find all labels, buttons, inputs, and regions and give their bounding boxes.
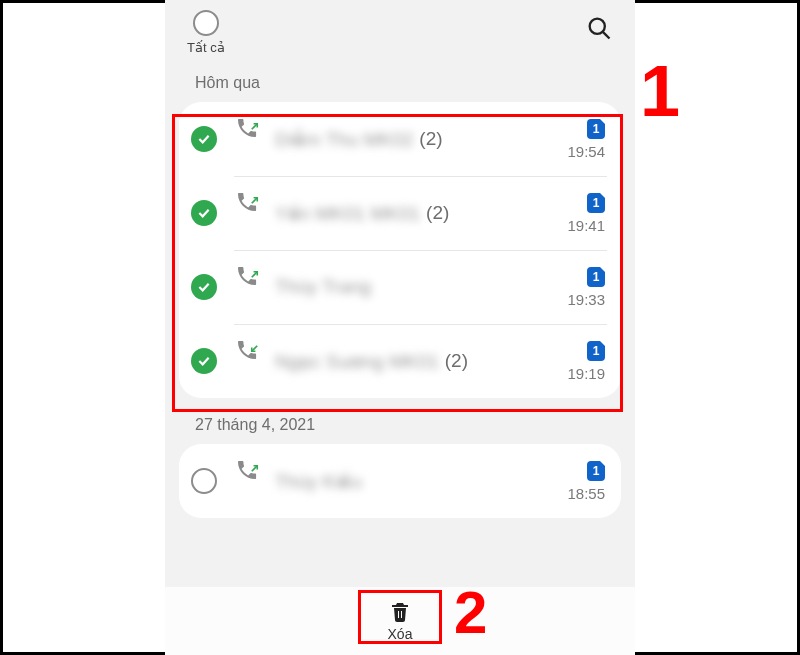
incoming-call-icon <box>235 338 259 384</box>
svg-line-3 <box>252 198 258 204</box>
select-all-toggle[interactable]: Tất cả <box>187 10 225 55</box>
checkbox-checked-icon[interactable] <box>191 126 217 152</box>
search-button[interactable] <box>585 14 613 46</box>
call-time: 18:55 <box>567 485 605 502</box>
svg-line-2 <box>252 124 258 130</box>
call-time-col: 1 18:55 <box>567 461 605 502</box>
call-name: Diễm Thu MK02 <box>275 128 413 151</box>
annotation-number-2: 2 <box>454 578 487 647</box>
call-name: Ngọc Sương MK01 <box>275 350 439 373</box>
call-row[interactable]: Ngọc Sương MK01 (2) 1 19:19 <box>179 324 621 398</box>
outgoing-call-icon <box>235 264 259 310</box>
call-time-col: 1 19:54 <box>567 119 605 160</box>
section-yesterday-label: Hôm qua <box>165 56 635 102</box>
sim-badge: 1 <box>587 341 605 361</box>
call-time-col: 1 19:33 <box>567 267 605 308</box>
phone-screen: Tất cả Hôm qua Diễm Thu MK02 (2) 1 <box>165 0 635 655</box>
call-name-wrap: Yến MK01 MK01 (2) <box>275 202 557 225</box>
trash-icon <box>388 600 412 624</box>
call-time-col: 1 19:19 <box>567 341 605 382</box>
sim-badge: 1 <box>587 461 605 481</box>
call-time: 19:41 <box>567 217 605 234</box>
svg-line-1 <box>603 32 609 38</box>
call-row[interactable]: Thúy Kiều 1 18:55 <box>179 444 621 518</box>
call-time: 19:19 <box>567 365 605 382</box>
call-time: 19:33 <box>567 291 605 308</box>
call-row[interactable]: Yến MK01 MK01 (2) 1 19:41 <box>179 176 621 250</box>
bottom-bar: Xóa <box>165 587 635 655</box>
outgoing-call-icon <box>235 190 259 236</box>
call-row[interactable]: Thùy Trang 1 19:33 <box>179 250 621 324</box>
svg-line-5 <box>252 346 258 352</box>
section-date2-label: 27 tháng 4, 2021 <box>165 398 635 444</box>
svg-point-0 <box>590 19 605 34</box>
call-group-date2: Thúy Kiều 1 18:55 <box>179 444 621 518</box>
select-all-label: Tất cả <box>187 40 225 55</box>
call-name: Yến MK01 MK01 <box>275 202 420 225</box>
call-name-wrap: Thùy Trang <box>275 276 557 298</box>
search-icon <box>585 14 613 42</box>
select-all-circle-icon <box>193 10 219 36</box>
call-time-col: 1 19:41 <box>567 193 605 234</box>
sim-badge: 1 <box>587 119 605 139</box>
delete-label: Xóa <box>388 626 413 642</box>
call-time: 19:54 <box>567 143 605 160</box>
svg-line-6 <box>252 466 258 472</box>
call-name-wrap: Ngọc Sương MK01 (2) <box>275 350 557 373</box>
call-name-wrap: Thúy Kiều <box>275 470 557 493</box>
call-row[interactable]: Diễm Thu MK02 (2) 1 19:54 <box>179 102 621 176</box>
call-group-yesterday: Diễm Thu MK02 (2) 1 19:54 Yến MK01 MK01 … <box>179 102 621 398</box>
call-name: Thùy Trang <box>275 276 371 298</box>
checkbox-checked-icon[interactable] <box>191 200 217 226</box>
sim-badge: 1 <box>587 193 605 213</box>
outgoing-call-icon <box>235 458 259 504</box>
call-count: (2) <box>426 202 449 224</box>
checkbox-empty-icon[interactable] <box>191 468 217 494</box>
sim-badge: 1 <box>587 267 605 287</box>
svg-line-4 <box>252 272 258 278</box>
call-count: (2) <box>419 128 442 150</box>
annotation-number-1: 1 <box>640 50 680 132</box>
call-name-wrap: Diễm Thu MK02 (2) <box>275 128 557 151</box>
delete-button[interactable]: Xóa <box>388 600 413 642</box>
outgoing-call-icon <box>235 116 259 162</box>
checkbox-checked-icon[interactable] <box>191 274 217 300</box>
header: Tất cả <box>165 0 635 56</box>
call-count: (2) <box>445 350 468 372</box>
call-name: Thúy Kiều <box>275 470 362 493</box>
checkbox-checked-icon[interactable] <box>191 348 217 374</box>
